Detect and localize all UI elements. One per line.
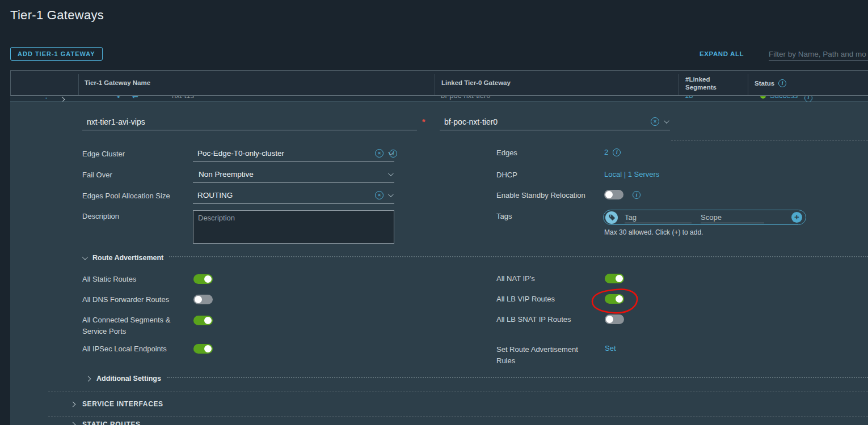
fail-over-select[interactable]: Non Preemptive: [193, 166, 394, 183]
all-dns-forwarder-routes-toggle[interactable]: [193, 295, 213, 307]
chevron-down-icon: [82, 254, 88, 260]
edges-value: 2 i: [604, 148, 621, 156]
tier1-gateways-page: Tier-1 Gateways ADD TIER-1 GATEWAY EXPAN…: [0, 0, 868, 425]
clear-edge-cluster-icon[interactable]: ✕: [375, 149, 384, 158]
route-advertisement-header[interactable]: Route Advertisement: [82, 254, 868, 262]
static-routes-section[interactable]: STATIC ROUTES: [71, 420, 141, 425]
row-status: Success i: [760, 96, 812, 101]
page-title: Tier-1 Gateways: [10, 8, 104, 23]
row-separator: [671, 140, 868, 141]
all-lb-snat-routes-toggle[interactable]: [605, 314, 624, 326]
edge-cluster-combobox[interactable]: Poc-Edge-T0-only-cluster ✕: [193, 145, 394, 162]
column-divider: [435, 74, 435, 95]
chevron-right-icon: [70, 401, 76, 407]
link-icon: ⇄: [132, 96, 138, 101]
table-row[interactable]: ⋮ ❖ ⇄ nxt-t1s bf-poc-nxt-tier0 18 Succes…: [10, 96, 868, 101]
gateway-edit-form: nxt-tier1-avi-vips * bf-poc-nxt-tier0 ✕ …: [10, 101, 868, 425]
scope-input[interactable]: [701, 212, 764, 223]
gateway-name-field[interactable]: nxt-tier1-avi-vips: [82, 113, 417, 130]
chevron-right-icon: [86, 376, 91, 381]
clear-tier0-icon[interactable]: ✕: [651, 117, 659, 126]
edges-info-icon[interactable]: i: [613, 148, 621, 156]
description-label: Description: [82, 212, 119, 220]
set-route-adv-rules-label: Set Route Advertisement Rules: [496, 344, 594, 367]
all-static-routes-label: All Static Routes: [82, 275, 136, 283]
pool-allocation-label: Edges Pool Allocation Size: [82, 192, 170, 200]
column-header-gateway-name: Tier-1 Gateway Name: [85, 79, 150, 86]
gateway-icon: ❖: [115, 96, 122, 101]
all-nat-ips-label: All NAT IP's: [496, 274, 535, 283]
chevron-down-icon[interactable]: [388, 171, 394, 176]
all-lb-vip-routes-label: All LB VIP Routes: [496, 295, 555, 303]
standby-info-icon[interactable]: i: [633, 191, 641, 199]
service-interfaces-section[interactable]: SERVICE INTERFACES: [71, 400, 163, 408]
filter-input[interactable]: [769, 48, 868, 61]
expand-all-link[interactable]: EXPAND ALL: [700, 50, 744, 57]
description-textarea[interactable]: [193, 210, 394, 244]
clear-pool-icon[interactable]: ✕: [375, 191, 384, 199]
success-dot-icon: [760, 96, 766, 99]
linked-tier0-combobox[interactable]: bf-poc-nxt-tier0 ✕: [440, 113, 670, 130]
row-menu-dots-icon[interactable]: ⋮: [43, 96, 50, 101]
status-info-icon[interactable]: i: [778, 79, 786, 87]
section-separator: [48, 416, 868, 416]
column-divider: [679, 74, 679, 95]
pool-allocation-combobox[interactable]: ROUTING ✕: [193, 187, 394, 204]
fail-over-label: Fail Over: [82, 171, 112, 179]
all-ipsec-endpoints-label: All IPSec Local Endpoints: [82, 345, 167, 353]
all-ipsec-endpoints-toggle[interactable]: [193, 344, 213, 356]
all-nat-ips-toggle[interactable]: [605, 274, 624, 286]
tag-input[interactable]: [625, 212, 692, 223]
add-tag-button[interactable]: +: [791, 212, 802, 223]
additional-settings-header[interactable]: Additional Settings: [86, 375, 868, 382]
table-header: Tier-1 Gateway Name Linked Tier-0 Gatewa…: [10, 70, 868, 96]
standby-relocation-label: Enable Standby Relocation: [496, 191, 585, 199]
column-header-status: Status i: [755, 79, 786, 87]
row-gateway-name[interactable]: nxt-t1s: [172, 96, 194, 101]
add-tier1-gateway-button[interactable]: ADD TIER-1 GATEWAY: [10, 47, 103, 61]
column-divider: [78, 74, 79, 95]
row-linked-tier0: bf-poc-nxt-tier0: [441, 96, 490, 101]
tags-helper-text: Max 30 allowed. Click (+) to add.: [604, 228, 703, 236]
column-header-linked-tier0: Linked Tier-0 Gateway: [441, 79, 511, 86]
column-header-linked-segments: #Linked Segments: [685, 75, 717, 91]
dotted-rule: [167, 377, 868, 378]
all-static-routes-toggle[interactable]: [193, 274, 213, 286]
set-route-adv-rules-link[interactable]: Set: [605, 344, 616, 352]
all-connected-segments-toggle[interactable]: [193, 316, 213, 328]
tag-icon[interactable]: [605, 211, 618, 224]
tag-glyph: [608, 214, 616, 221]
chevron-down-icon[interactable]: [664, 118, 669, 124]
all-dns-forwarder-routes-label: All DNS Forwarder Routes: [82, 295, 169, 304]
row-expand-icon[interactable]: [60, 96, 64, 101]
standby-relocation-toggle[interactable]: [604, 190, 623, 202]
chevron-right-icon: [70, 422, 76, 425]
edge-cluster-label: Edge Cluster: [82, 150, 125, 158]
required-asterisk: *: [422, 117, 425, 126]
row-linked-segments[interactable]: 18: [685, 96, 693, 101]
tags-label: Tags: [496, 212, 512, 220]
dhcp-link[interactable]: Local | 1 Servers: [604, 170, 659, 178]
tags-editor: +: [603, 210, 806, 225]
dotted-rule: [169, 256, 868, 257]
all-connected-segments-label: All Connected Segments & Service Ports: [82, 314, 180, 337]
row-status-info-icon[interactable]: i: [804, 96, 812, 101]
column-divider: [748, 74, 748, 95]
dhcp-label: DHCP: [496, 171, 517, 179]
edges-label: Edges: [496, 148, 517, 157]
all-lb-snat-routes-label: All LB SNAT IP Routes: [496, 315, 571, 324]
section-separator: [48, 392, 868, 392]
chevron-down-icon[interactable]: [388, 192, 394, 197]
edge-cluster-info-icon[interactable]: i: [389, 150, 397, 158]
all-lb-vip-routes-toggle[interactable]: [605, 294, 624, 306]
